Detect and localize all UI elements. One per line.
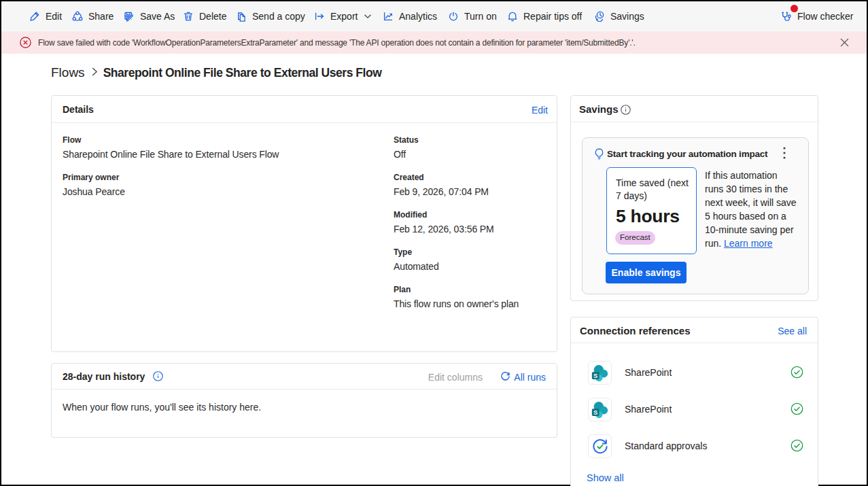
svg-text:S: S [593,372,597,379]
svg-text:S: S [593,409,597,415]
